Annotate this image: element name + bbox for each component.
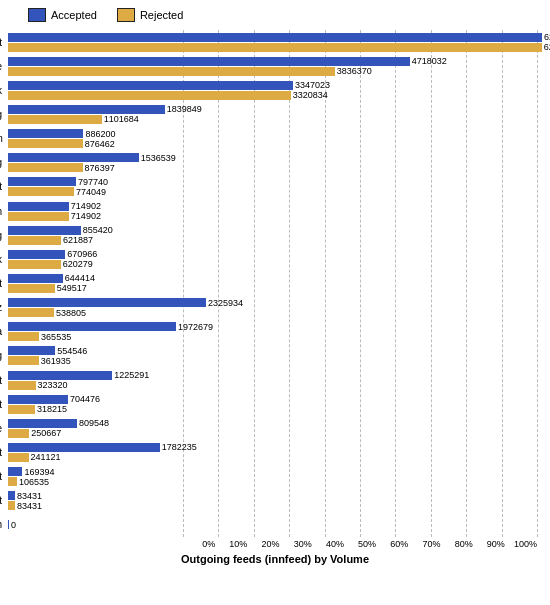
accepted-bar <box>8 57 410 66</box>
rejected-bar <box>8 356 39 365</box>
chart-wrapper: news.netfront.net62714466268826nyheter.l… <box>8 30 542 565</box>
x-tick-80%: 80% <box>441 539 473 549</box>
rejected-value: 318215 <box>37 404 67 414</box>
rejected-value: 6268826 <box>544 42 550 52</box>
accepted-value: 1972679 <box>178 322 213 332</box>
accepted-value: 6271446 <box>544 32 550 42</box>
accepted-bar-line: 0 <box>8 520 542 529</box>
legend-accepted-label: Accepted <box>51 9 97 21</box>
table-row: news.samoylyk.net797740774049 <box>8 175 542 199</box>
rows-and-grid: news.netfront.net62714466268826nyheter.l… <box>8 30 542 537</box>
row-label: news.furie.org.uk <box>0 85 2 96</box>
rejected-bar-line: 620279 <box>8 260 542 269</box>
row-label: news.nk.ca <box>0 326 2 337</box>
accepted-bar <box>8 491 15 500</box>
table-row: news.weretis.net1782235241121 <box>8 440 542 464</box>
table-row: news.bbs.nz2325934538805 <box>8 296 542 320</box>
accepted-value: 1839849 <box>167 104 202 114</box>
accepted-value: 1225291 <box>114 370 149 380</box>
accepted-bar <box>8 250 65 259</box>
accepted-value: 169394 <box>24 467 54 477</box>
x-tick-60%: 60% <box>376 539 408 549</box>
legend-rejected: Rejected <box>117 8 183 22</box>
accepted-value: 886200 <box>85 129 115 139</box>
accepted-bar <box>8 346 55 355</box>
accepted-bar <box>8 298 206 307</box>
x-tick-90%: 90% <box>473 539 505 549</box>
bars-group: 714902714902 <box>8 202 542 221</box>
table-row: newsfeed.bofh.team714902714902 <box>8 199 542 223</box>
legend-rejected-box <box>117 8 135 22</box>
x-tick-50%: 50% <box>344 539 376 549</box>
accepted-bar <box>8 226 81 235</box>
table-row: news.nk.ca1972679365535 <box>8 320 542 344</box>
rejected-bar <box>8 381 36 390</box>
rejected-value: 250667 <box>31 428 61 438</box>
rejected-value: 876397 <box>85 163 115 173</box>
table-row: usenet.network670966620279 <box>8 247 542 271</box>
rejected-bar-line: 323320 <box>8 381 542 390</box>
accepted-value: 809548 <box>79 418 109 428</box>
rejected-bar <box>8 501 15 510</box>
bars-group: 1782235241121 <box>8 443 542 462</box>
x-tick-70%: 70% <box>408 539 440 549</box>
x-tick-40%: 40% <box>312 539 344 549</box>
rejected-bar <box>8 453 29 462</box>
accepted-bar <box>8 202 69 211</box>
accepted-value: 704476 <box>70 394 100 404</box>
row-label: news.netfront.net <box>0 37 2 48</box>
bars-group: 809548250667 <box>8 419 542 438</box>
x-tick-30%: 30% <box>280 539 312 549</box>
rejected-bar-line: 361935 <box>8 356 542 365</box>
bars-group: 1536539876397 <box>8 153 542 172</box>
rejected-bar-line: 318215 <box>8 405 542 414</box>
table-row: endofthelinebbs.peers.news.panix.com8862… <box>8 127 542 151</box>
chart-container: Accepted Rejected news.netfront.net62714… <box>0 0 550 605</box>
row-label: newsfeed.bofh.team <box>0 206 2 217</box>
table-row: news.chmurka.net8343183431 <box>8 489 542 513</box>
legend-rejected-label: Rejected <box>140 9 183 21</box>
accepted-bar-line: 6271446 <box>8 33 542 42</box>
bars-group: 797740774049 <box>8 177 542 196</box>
row-label: news.nntp4.net <box>0 278 2 289</box>
accepted-bar <box>8 443 160 452</box>
accepted-value: 1536539 <box>141 153 176 163</box>
table-row: news.netfront.net62714466268826 <box>8 30 542 54</box>
accepted-bar-line: 1536539 <box>8 153 542 162</box>
table-row: news.furie.org.uk33470233320834 <box>8 78 542 102</box>
accepted-value: 1782235 <box>162 442 197 452</box>
bars-group: 0 <box>8 520 542 529</box>
x-axis: 0%10%20%30%40%50%60%70%80%90%100% <box>183 539 537 549</box>
rejected-value: 106535 <box>19 477 49 487</box>
table-row: nntp.comgw.net1225291323320 <box>8 368 542 392</box>
rejected-bar-line: 1101684 <box>8 115 542 124</box>
accepted-bar-line: 1972679 <box>8 322 542 331</box>
legend-accepted: Accepted <box>28 8 97 22</box>
accepted-bar <box>8 322 176 331</box>
row-label: usenet.blueworldhosting.com <box>0 519 2 530</box>
accepted-bar-line: 855420 <box>8 226 542 235</box>
accepted-bar <box>8 129 83 138</box>
rejected-bar-line: 774049 <box>8 187 542 196</box>
rejected-value: 3836370 <box>337 66 372 76</box>
row-label: i2pn.org <box>0 350 2 361</box>
rejected-value: 241121 <box>31 452 61 462</box>
rejected-bar <box>8 332 39 341</box>
accepted-value: 797740 <box>78 177 108 187</box>
row-label: news.bbs.nz <box>0 302 2 313</box>
rejected-bar-line: 106535 <box>8 477 542 486</box>
row-label: usenet.network <box>0 254 2 265</box>
table-row: news.quux.org18398491101684 <box>8 102 542 126</box>
accepted-bar-line: 1782235 <box>8 443 542 452</box>
accepted-value: 83431 <box>17 491 42 501</box>
accepted-bar-line: 670966 <box>8 250 542 259</box>
table-row: nyheter.lysator.liu.se47180323836370 <box>8 54 542 78</box>
rejected-value: 361935 <box>41 356 71 366</box>
bars-group: 33470233320834 <box>8 81 542 100</box>
legend: Accepted Rejected <box>28 8 542 22</box>
table-row: news.tnetconsulting.net704476318215 <box>8 392 542 416</box>
accepted-bar <box>8 153 139 162</box>
accepted-bar-line: 554546 <box>8 346 542 355</box>
rejected-value: 621887 <box>63 235 93 245</box>
accepted-value: 855420 <box>83 225 113 235</box>
